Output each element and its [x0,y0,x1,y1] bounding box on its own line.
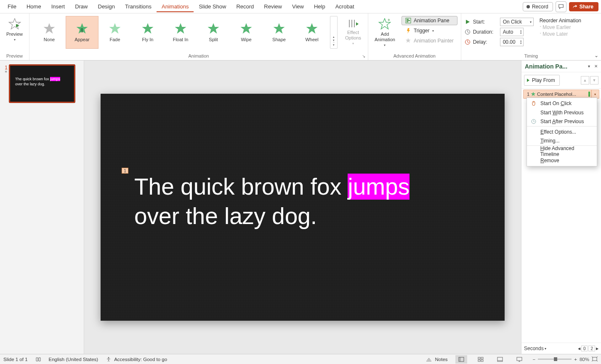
gallery-wipe[interactable]: Wipe [230,16,263,49]
thumbnail-text: The quick brown fox jumps over the lazy … [15,76,70,87]
status-accessibility[interactable]: Accessibility: Good to go [106,356,167,362]
ribbon: Preview ▾ Preview None Appear Fade [0,13,601,61]
ctx-remove[interactable]: Remove [527,156,597,165]
ctx-hide-advanced-timeline[interactable]: Hide Advanced Timeline [527,147,597,156]
scale-left-button[interactable]: ◀ [578,347,580,351]
animation-pane-toggle[interactable]: Animation Pane [402,16,457,25]
svg-rect-28 [478,357,480,359]
gallery-fade[interactable]: Fade [98,16,131,49]
effect-options-button[interactable]: Effect Options ▾ [342,16,364,47]
zoom-slider-thumb[interactable] [554,357,557,361]
view-normal-button[interactable] [455,355,467,364]
gallery-more-button[interactable]: ▴ ▾ ▾ [330,16,338,49]
gallery-shape[interactable]: Shape [263,16,295,49]
ctx-start-after-previous[interactable]: Start After Previous [527,117,597,127]
delay-spinner[interactable]: 00.00 ▲▼ [500,38,524,46]
add-animation-button[interactable]: + Add Animation ▾ [372,16,398,49]
svg-line-24 [534,121,535,122]
svg-line-19 [468,42,469,43]
menu-insert[interactable]: Insert [46,1,70,12]
svg-point-25 [108,357,109,358]
menu-acrobat[interactable]: Acrobat [330,1,359,12]
ctx-timing[interactable]: Timing... [527,137,597,146]
view-sorter-button[interactable] [475,355,487,364]
status-language[interactable]: English (United States) [49,357,98,362]
ctx-start-on-click-label: Start On Click [540,100,572,106]
view-reading-button[interactable] [494,355,506,364]
menu-record[interactable]: Record [231,1,259,12]
animation-order-badge[interactable]: 1 [122,168,128,174]
gallery-flyin[interactable]: Fly In [131,16,164,49]
ctx-start-on-click[interactable]: Start On Click [527,99,597,108]
trigger-button[interactable]: Trigger ▾ [402,26,457,35]
preview-button[interactable]: Preview ▾ [3,16,26,44]
reorder-down-button[interactable]: ▼ [590,76,598,84]
gallery-wheel[interactable]: Wheel [295,16,328,49]
gallery-floatin[interactable]: Float In [164,16,197,49]
ctx-start-with-previous[interactable]: Start With Previous [527,108,597,117]
book-icon [35,356,41,362]
slide-text-line1a: The quick brown fox [134,174,348,200]
preview-label: Preview [6,32,23,37]
menu-view[interactable]: View [287,1,309,12]
duration-spinner[interactable]: Auto ▲▼ [500,28,524,36]
menu-design[interactable]: Design [93,1,120,12]
menu-draw[interactable]: Draw [70,1,93,12]
fit-to-window-button[interactable] [592,356,598,362]
workspace: 1 ✶ The quick brown fox jumps over the l… [0,61,601,354]
reorder-up-button[interactable]: ▲ [581,76,589,84]
pane-options-button[interactable]: ▾ [585,63,592,70]
animation-item-dropdown[interactable]: ▾ [591,90,598,98]
menu-home[interactable]: Home [21,1,46,12]
pane-close-button[interactable]: ✕ [593,63,599,70]
animation-dialog-launcher[interactable]: ↘ [361,54,366,59]
chevron-up-icon: ▴ [333,35,335,39]
menu-slideshow[interactable]: Slide Show [194,1,231,12]
slide-canvas-area[interactable]: 1 The quick brown fox jumps over the laz… [84,61,521,354]
menu-file[interactable]: File [3,1,21,12]
slide[interactable]: 1 The quick brown fox jumps over the laz… [101,94,505,321]
zoom-value[interactable]: 80% [580,357,589,362]
status-spellcheck[interactable] [35,356,41,362]
thumbnail-1[interactable]: The quick brown fox jumps over the lazy … [9,65,75,103]
ribbon-collapse-button[interactable]: ⌄ [594,53,598,58]
slide-text-box[interactable]: The quick brown fox jumps over the lazy … [134,172,479,231]
menu-help[interactable]: Help [309,1,330,12]
ctx-start-with-previous-label: Start With Previous [540,110,584,116]
zoom-in-button[interactable]: + [574,357,577,362]
menu-transitions[interactable]: Transitions [120,1,157,12]
gallery-appear[interactable]: Appear [66,16,98,49]
animation-painter-button[interactable]: Animation Painter [402,36,457,45]
gallery-shape-label: Shape [272,37,286,42]
ctx-remove-label: Remove [540,158,559,164]
zoom-slider[interactable] [538,359,572,360]
svg-rect-2 [81,28,82,32]
status-slide[interactable]: Slide 1 of 1 [3,357,28,362]
zoom-out-button[interactable]: − [533,357,536,362]
svg-marker-7 [356,22,359,26]
share-button[interactable]: Share [569,2,598,11]
menu-review[interactable]: Review [259,1,287,12]
gallery-wipe-label: Wipe [241,37,251,42]
thumbnail-panel: 1 ✶ The quick brown fox jumps over the l… [0,61,84,354]
comments-button[interactable] [556,1,566,12]
move-later-button[interactable]: ˅ Move Later [540,31,581,37]
animation-painter-icon [405,38,411,44]
start-combo[interactable]: On Click ▾ [500,18,534,26]
move-earlier-button[interactable]: ˄ Move Earlier [540,24,581,30]
gallery-split[interactable]: Split [197,16,230,49]
gallery-none[interactable]: None [33,16,66,49]
scale-right-button[interactable]: ▶ [596,347,598,351]
ctx-effect-options[interactable]: Effect Options... [527,127,597,137]
status-bar: Slide 1 of 1 English (United States) Acc… [0,354,601,364]
play-from-button[interactable]: Play From [524,75,560,86]
menu-animations[interactable]: Animations [157,1,194,12]
group-preview-label: Preview [3,53,26,59]
notes-toggle[interactable]: Notes [425,356,447,362]
view-slideshow-button[interactable] [513,355,525,364]
svg-rect-37 [593,357,597,361]
ctx-effect-options-label: Effect Options... [540,129,576,135]
record-button[interactable]: Record [523,2,553,11]
seconds-dropdown[interactable]: Seconds ▾ [524,346,546,351]
svg-line-16 [468,32,469,33]
